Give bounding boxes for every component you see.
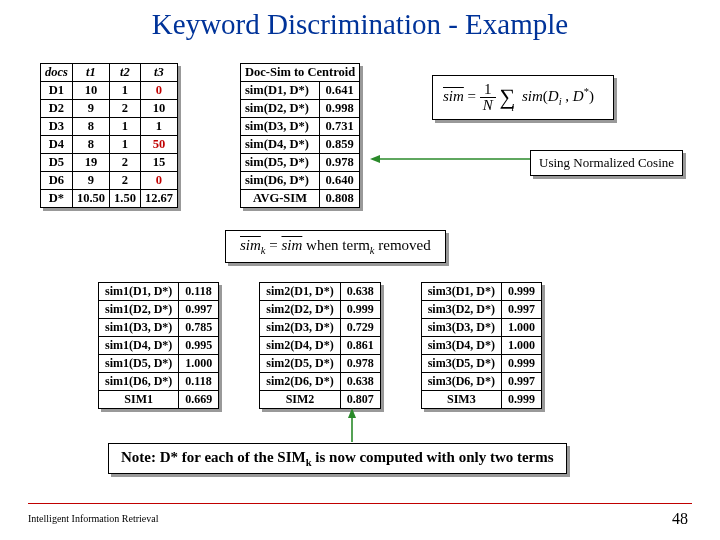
text: sim <box>240 237 261 253</box>
cell: 0.999 <box>501 283 541 301</box>
cell: 0.978 <box>319 154 359 172</box>
cell: sim(D4, D*) <box>241 136 320 154</box>
sim1-avg-label: SIM1 <box>99 391 179 409</box>
cell: sim2(D2, D*) <box>260 301 340 319</box>
cell: 0.995 <box>179 337 219 355</box>
cell: 0.641 <box>319 82 359 100</box>
svg-marker-1 <box>370 155 380 163</box>
centroid-val: 1.50 <box>110 190 141 208</box>
cell: 0.998 <box>319 100 359 118</box>
cell: sim1(D2, D*) <box>99 301 179 319</box>
cell: sim(D5, D*) <box>241 154 320 172</box>
cell: 0 <box>140 82 177 100</box>
cell: 0.997 <box>501 373 541 391</box>
sim3-avg-val: 0.999 <box>501 391 541 409</box>
text: = <box>269 237 281 253</box>
cell: 0.118 <box>179 283 219 301</box>
cell: D2 <box>41 100 73 118</box>
cell: sim2(D6, D*) <box>260 373 340 391</box>
sim2-table: sim2(D1, D*)0.638 sim2(D2, D*)0.999 sim2… <box>259 282 380 409</box>
cell: D1 <box>41 82 73 100</box>
text: removed <box>374 237 430 253</box>
cell: D3 <box>41 118 73 136</box>
avg-sim-val: 0.808 <box>319 190 359 208</box>
cell: 9 <box>72 172 109 190</box>
text: k <box>261 245 266 256</box>
cell: 0.638 <box>340 373 380 391</box>
cell: sim2(D4, D*) <box>260 337 340 355</box>
cell: 0.729 <box>340 319 380 337</box>
cell: 1.000 <box>501 337 541 355</box>
cell: sim(D3, D*) <box>241 118 320 136</box>
cell: sim3(D4, D*) <box>421 337 501 355</box>
avg-sim-label: AVG-SIM <box>241 190 320 208</box>
cell: D4 <box>41 136 73 154</box>
footer-divider <box>28 503 692 504</box>
arrow-icon <box>346 408 358 444</box>
footer-source: Intelligent Information Retrieval <box>28 513 159 524</box>
centroid-label: D* <box>41 190 73 208</box>
cell: sim1(D6, D*) <box>99 373 179 391</box>
cell: 1 <box>110 82 141 100</box>
sim2-avg-val: 0.807 <box>340 391 380 409</box>
note-box: Note: D* for each of the SIMk is now com… <box>108 443 567 474</box>
cell: 1.000 <box>179 355 219 373</box>
cell: 0.640 <box>319 172 359 190</box>
cell: 10 <box>72 82 109 100</box>
docs-table: docs t1 t2 t3 D11010 D29210 D3811 D48150… <box>40 63 178 208</box>
t3-header: t3 <box>140 64 177 82</box>
text: when term <box>306 237 370 253</box>
centroid-sim-header: Doc-Sim to Centroid <box>241 64 360 82</box>
cell: sim3(D3, D*) <box>421 319 501 337</box>
cell: 8 <box>72 118 109 136</box>
note-text: Note: D* for each of the SIM <box>121 449 306 465</box>
cell: 1 <box>110 136 141 154</box>
cell: sim2(D5, D*) <box>260 355 340 373</box>
cell: sim3(D5, D*) <box>421 355 501 373</box>
cell: 1 <box>140 118 177 136</box>
cell: sim3(D6, D*) <box>421 373 501 391</box>
cell: sim1(D5, D*) <box>99 355 179 373</box>
arrow-icon <box>370 154 532 164</box>
cell: 0.999 <box>340 301 380 319</box>
cell: sim(D2, D*) <box>241 100 320 118</box>
centroid-sim-table: Doc-Sim to Centroid sim(D1, D*)0.641 sim… <box>240 63 360 208</box>
slide: Keyword Discrimination - Example docs t1… <box>0 0 720 540</box>
cell: sim1(D3, D*) <box>99 319 179 337</box>
sim1-table: sim1(D1, D*)0.118 sim1(D2, D*)0.997 sim1… <box>98 282 219 409</box>
cell: 0.638 <box>340 283 380 301</box>
cell: 0.785 <box>179 319 219 337</box>
cell: sim1(D4, D*) <box>99 337 179 355</box>
cell: D5 <box>41 154 73 172</box>
cell: sim2(D3, D*) <box>260 319 340 337</box>
cell: 2 <box>110 154 141 172</box>
cell: 1 <box>110 118 141 136</box>
centroid-val: 12.67 <box>140 190 177 208</box>
cell: 0.999 <box>501 355 541 373</box>
formula-simk: simk = sim when termk removed <box>225 230 446 263</box>
cell: 0.978 <box>340 355 380 373</box>
cell: 50 <box>140 136 177 154</box>
cell: sim(D6, D*) <box>241 172 320 190</box>
cell: 0.997 <box>179 301 219 319</box>
cell: 0 <box>140 172 177 190</box>
note-text: is now computed with only two terms <box>312 449 554 465</box>
cell: 10 <box>140 100 177 118</box>
t1-header: t1 <box>72 64 109 82</box>
cell: 0.861 <box>340 337 380 355</box>
cell: 0.731 <box>319 118 359 136</box>
cell: 9 <box>72 100 109 118</box>
cell: 15 <box>140 154 177 172</box>
formula-avg-sim: sim = 1 N ∑i sim(Di , D*) <box>432 75 614 120</box>
sim1-avg-val: 0.669 <box>179 391 219 409</box>
sim3-avg-label: SIM3 <box>421 391 501 409</box>
page-number: 48 <box>672 510 688 528</box>
sim2-avg-label: SIM2 <box>260 391 340 409</box>
cell: 0.997 <box>501 301 541 319</box>
text: sim <box>281 237 302 253</box>
cell: 2 <box>110 100 141 118</box>
svg-marker-3 <box>348 408 356 418</box>
cell: D6 <box>41 172 73 190</box>
cell: sim1(D1, D*) <box>99 283 179 301</box>
cell: 1.000 <box>501 319 541 337</box>
